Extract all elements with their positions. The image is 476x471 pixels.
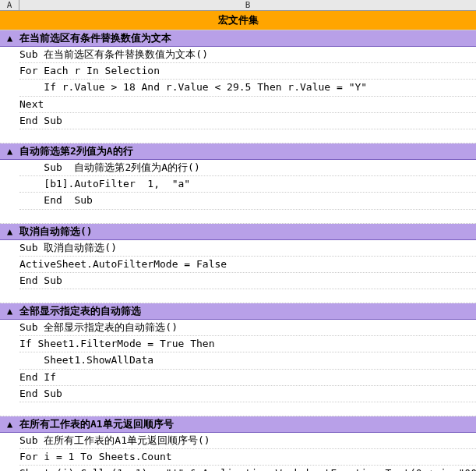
section-title: 在当前选区有条件替换数值为文本 [19, 31, 171, 45]
code-block: Sub 在所有工作表的A1单元返回顺序号() For i = 1 To Shee… [0, 433, 476, 471]
section-title: 自动筛选第2列值为A的行 [19, 144, 133, 158]
code-block: Sub 全部显示指定表的自动筛选() If Sheet1.FilterMode … [0, 320, 476, 405]
code-line[interactable]: Sheet1.ShowAllData [19, 352, 476, 369]
row-gap [0, 213, 476, 224]
section-title: 全部显示指定表的自动筛选 [19, 304, 141, 318]
section-4: ▲ 在所有工作表的A1单元返回顺序号 Sub 在所有工作表的A1单元返回顺序号(… [0, 416, 476, 471]
code-line[interactable]: Sub 在当前选区有条件替换数值为文本() [19, 47, 476, 63]
collapse-marker-icon[interactable]: ▲ [0, 306, 19, 317]
code-line[interactable]: ActiveSheet.AutoFilterMode = False [19, 257, 476, 273]
code-line[interactable]: For Each r In Selection [19, 63, 476, 80]
code-block: Sub 自动筛选第2列值为A的行() [b1].AutoFilter 1, "a… [0, 160, 476, 213]
code-line[interactable]: End Sub [19, 113, 476, 129]
code-block: Sub 取消自动筛选() ActiveSheet.AutoFilterMode … [0, 240, 476, 293]
code-line[interactable]: End Sub [19, 273, 476, 289]
section-header[interactable]: ▲ 在当前选区有条件替换数值为文本 [0, 30, 476, 47]
section-header[interactable]: ▲ 全部显示指定表的自动筛选 [0, 303, 476, 320]
code-line[interactable]: Sheets(i).Cells(1, 1) = "'" & Applicatio… [19, 466, 476, 471]
collapse-marker-icon[interactable]: ▲ [0, 419, 19, 430]
code-line[interactable]: Sub 在所有工作表的A1单元返回顺序号() [19, 433, 476, 449]
section-title: 在所有工作表的A1单元返回顺序号 [19, 417, 174, 431]
section-2: ▲ 取消自动筛选() Sub 取消自动筛选() ActiveSheet.Auto… [0, 224, 476, 293]
code-line[interactable]: If Sheet1.FilterMode = True Then [19, 336, 476, 352]
section-header[interactable]: ▲ 取消自动筛选() [0, 224, 476, 240]
code-block: Sub 在当前选区有条件替换数值为文本() For Each r In Sele… [0, 47, 476, 133]
code-line[interactable]: End If [19, 370, 476, 386]
section-1: ▲ 自动筛选第2列值为A的行 Sub 自动筛选第2列值为A的行() [b1].A… [0, 143, 476, 213]
row-gap [0, 292, 476, 303]
code-line[interactable]: For i = 1 To Sheets.Count [19, 449, 476, 466]
row-gap [0, 405, 476, 416]
code-line[interactable]: If r.Value > 18 And r.Value < 29.5 Then … [19, 80, 476, 96]
code-line[interactable]: End Sub [19, 193, 476, 209]
section-header[interactable]: ▲ 在所有工作表的A1单元返回顺序号 [0, 416, 476, 433]
code-line[interactable]: Sub 自动筛选第2列值为A的行() [19, 160, 476, 176]
section-0: ▲ 在当前选区有条件替换数值为文本 Sub 在当前选区有条件替换数值为文本() … [0, 30, 476, 133]
col-header-b[interactable]: B [19, 0, 476, 10]
code-line[interactable]: [b1].AutoFilter 1, "a" [19, 176, 476, 193]
row-gap [0, 133, 476, 143]
col-header-a[interactable]: A [0, 0, 19, 10]
page-title: 宏文件集 [0, 11, 476, 30]
section-title: 取消自动筛选() [19, 225, 93, 239]
collapse-marker-icon[interactable]: ▲ [0, 226, 19, 237]
section-header[interactable]: ▲ 自动筛选第2列值为A的行 [0, 143, 476, 160]
section-3: ▲ 全部显示指定表的自动筛选 Sub 全部显示指定表的自动筛选() If She… [0, 303, 476, 405]
code-line[interactable]: Sub 全部显示指定表的自动筛选() [19, 320, 476, 336]
code-line[interactable]: End Sub [19, 386, 476, 402]
collapse-marker-icon[interactable]: ▲ [0, 146, 19, 157]
code-line[interactable]: Sub 取消自动筛选() [19, 240, 476, 257]
collapse-marker-icon[interactable]: ▲ [0, 33, 19, 44]
code-line[interactable]: Next [19, 97, 476, 113]
column-headers: A B [0, 0, 476, 11]
